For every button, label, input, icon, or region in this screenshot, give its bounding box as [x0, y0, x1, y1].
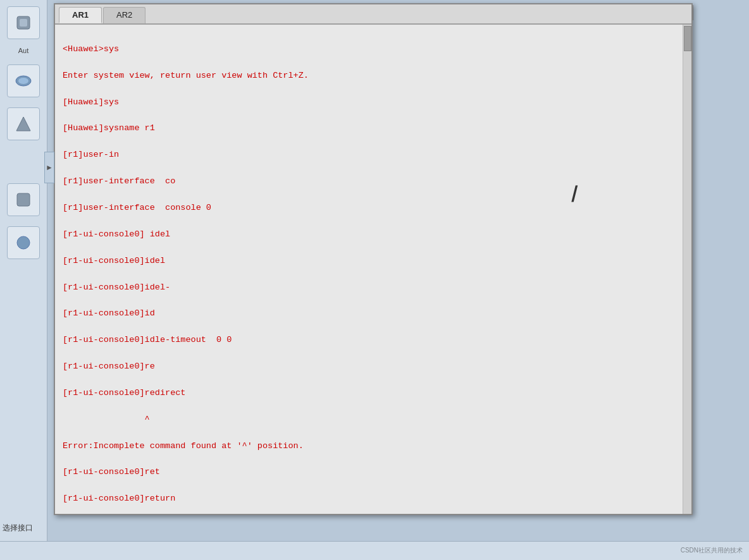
scrollbar[interactable]: [683, 25, 691, 514]
bottom-left-label: 选择接口: [3, 523, 33, 533]
terminal-window: AR1 AR2 <Huawei>sys Enter system view, r…: [54, 3, 693, 515]
sidebar-toggle-arrow[interactable]: ►: [44, 152, 54, 183]
terminal-line-11: [r1-ui-console0]idle-timeout 0 0: [63, 334, 684, 347]
terminal-line-5: [r1]user-interface co: [63, 175, 684, 188]
sidebar: Aut: [0, 0, 47, 560]
terminal-line-16: [r1-ui-console0]ret: [63, 466, 684, 479]
svg-point-6: [17, 236, 30, 249]
terminal-line-9: [r1-ui-console0]idel-: [63, 281, 684, 295]
tab-ar2[interactable]: AR2: [103, 7, 145, 23]
terminal-line-1: Enter system view, return user view with…: [63, 70, 684, 83]
sidebar-icon-4[interactable]: [7, 183, 40, 216]
tab-bar: AR1 AR2: [55, 4, 691, 25]
terminal-line-2: [Huawei]sys: [63, 96, 684, 109]
tab-ar1[interactable]: AR1: [59, 7, 102, 23]
sidebar-icon-1[interactable]: [7, 6, 40, 39]
sidebar-icon-5[interactable]: [7, 226, 40, 259]
svg-rect-5: [17, 193, 30, 206]
terminal-line-6: [r1]user-interface console 0: [63, 202, 684, 215]
terminal-line-13: [r1-ui-console0]redirect: [63, 387, 684, 400]
terminal-line-3: [Huawei]sysname r1: [63, 122, 684, 135]
terminal-line-8: [r1-ui-console0]idel: [63, 255, 684, 268]
terminal-body[interactable]: <Huawei>sys Enter system view, return us…: [55, 25, 691, 514]
bottom-bar: [0, 541, 749, 560]
svg-rect-1: [20, 19, 27, 27]
watermark: CSDN社区共用的技术: [681, 546, 743, 555]
svg-point-3: [18, 78, 28, 84]
terminal-line-15: Error:Incomplete command found at '^' po…: [63, 440, 684, 453]
terminal-line-14: ^: [63, 413, 684, 427]
terminal-content: <Huawei>sys Enter system view, return us…: [63, 30, 684, 514]
terminal-line-17: [r1-ui-console0]return: [63, 492, 684, 506]
sidebar-icon-3[interactable]: [7, 107, 40, 140]
terminal-line-4: [r1]user-in: [63, 149, 684, 162]
sidebar-icon-2[interactable]: [7, 64, 40, 97]
svg-marker-4: [16, 117, 30, 131]
scrollbar-thumb[interactable]: [684, 26, 691, 51]
sidebar-label-aut: Aut: [18, 47, 29, 54]
terminal-line-12: [r1-ui-console0]re: [63, 360, 684, 374]
terminal-line-7: [r1-ui-console0] idel: [63, 228, 684, 241]
terminal-line-0: <Huawei>sys: [63, 43, 684, 56]
terminal-line-10: [r1-ui-console0]id: [63, 307, 684, 320]
